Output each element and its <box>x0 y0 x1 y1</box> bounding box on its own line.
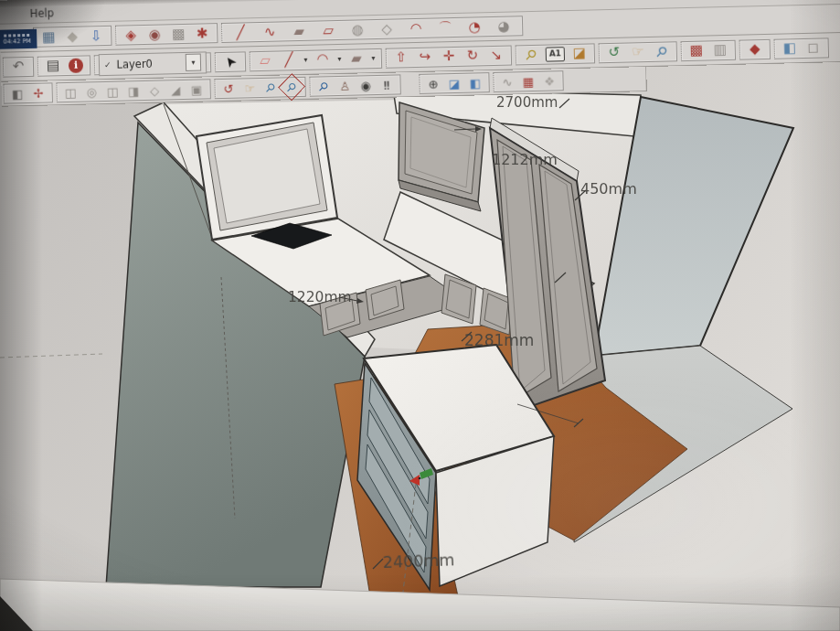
layer-name-label: Layer0 <box>116 57 180 71</box>
walk-icon[interactable]: ‼ <box>377 75 397 95</box>
file-group: ▤ℹ <box>37 55 91 76</box>
arc-tool-caret-icon[interactable]: ▾ <box>335 55 344 63</box>
position-camera-icon[interactable]: ♙ <box>335 76 355 96</box>
freehand-tool-icon[interactable]: ∿ <box>259 21 282 42</box>
wireframe-mode-icon[interactable]: ◻ <box>803 37 825 59</box>
intersect-icon[interactable]: ✱ <box>191 23 214 44</box>
clock-label: 04:42 PM <box>4 38 31 45</box>
sketchup-window: 2700mm 1212mm 450mm 1220mm 2281mm 2400mm… <box>0 0 840 631</box>
layers-group: ✓Layer0▾ <box>94 52 211 75</box>
eraser-tool-icon[interactable]: ▱ <box>254 50 277 71</box>
undo-icon[interactable]: ↶ <box>7 56 30 77</box>
rectangle-tool-icon[interactable]: ▰ <box>288 21 311 42</box>
scene-camera-icon-4[interactable]: ◨ <box>123 80 144 101</box>
select-group: ➤ <box>215 51 247 72</box>
styles-icon[interactable]: ◆ <box>744 38 767 59</box>
component-icon[interactable]: ◆ <box>61 27 84 48</box>
axes-target-icon[interactable]: ⊕ <box>423 73 443 93</box>
view-group: ▩▥ <box>681 39 737 60</box>
tape-measure-icon[interactable]: ⚲ <box>516 39 547 69</box>
styles-group: ◆ <box>739 38 771 59</box>
annotation-group: ⚲A1◪ <box>516 43 595 65</box>
pie-tool-icon[interactable]: ◕ <box>493 16 516 37</box>
scene-camera-icon-2[interactable]: ◎ <box>81 81 101 102</box>
scene-camera-icon-7[interactable]: ▣ <box>186 79 207 99</box>
section-group: ◧✢ <box>3 82 53 103</box>
walkthrough-group: ⚲♙◉‼ <box>309 74 400 96</box>
app-header: Help ▦◆⇩◈◉▩✱╱∿▰▱◍◇◠⌒◔◕ ↶▤ℹ✓Layer0▾➤▱╱▾◠▾… <box>0 0 840 631</box>
views-group: ⊕◪◧ <box>419 72 489 94</box>
scene-camera-icon-3[interactable]: ◫ <box>102 81 122 102</box>
line-tool-caret-icon[interactable]: ▾ <box>302 56 310 64</box>
section-display-icon[interactable]: ▦ <box>518 71 538 91</box>
move-tool-icon[interactable]: ✛ <box>438 46 461 67</box>
line-tool-icon[interactable]: ╱ <box>229 22 252 43</box>
edit-tools-group: ▱╱▾◠▾▰▾ <box>250 48 382 70</box>
group-icon[interactable]: ◉ <box>144 24 166 45</box>
zoom-extents-icon[interactable]: ⚲ <box>310 72 337 100</box>
line-tool-icon[interactable]: ╱ <box>278 49 301 70</box>
rectangle-tool-caret-icon[interactable]: ▾ <box>369 54 377 62</box>
layers-dropdown[interactable]: ✓Layer0▾ <box>99 51 207 76</box>
camera-group: ↺☞⚲ <box>599 41 677 63</box>
signal-bars <box>4 34 31 37</box>
import-model-icon[interactable]: ⇩ <box>85 26 108 47</box>
rotate-tool-icon[interactable]: ↻ <box>462 46 484 67</box>
look-around-icon[interactable]: ◉ <box>356 75 376 95</box>
orbit-icon[interactable]: ↺ <box>218 79 239 99</box>
two-point-arc-tool-icon[interactable]: ⌒ <box>434 17 457 38</box>
rectangle-tool-icon[interactable]: ▰ <box>346 48 368 70</box>
iso-view-icon[interactable]: ◪ <box>444 73 464 93</box>
scale-tool-icon[interactable]: ↘ <box>485 45 508 66</box>
scene-camera-icon-1[interactable]: ◫ <box>60 82 80 102</box>
arc-tool-icon[interactable]: ◠ <box>312 49 335 70</box>
select-tool-icon[interactable]: ➤ <box>216 47 245 76</box>
scenes-group: ◫◎◫◨◇◢▣ <box>56 79 210 102</box>
materials-icon[interactable]: ▦ <box>37 27 60 48</box>
menu-item-help[interactable]: Help <box>29 6 54 23</box>
taskbar-time-badge: 04:42 PM <box>0 29 37 49</box>
dimension-icon[interactable]: A1 <box>546 47 565 61</box>
lasso-icon[interactable]: ∿ <box>497 71 517 91</box>
scene-camera-icon-6[interactable]: ◢ <box>165 80 186 100</box>
scene-camera-icon-5[interactable]: ◇ <box>144 80 165 100</box>
chevron-down-icon[interactable]: ▾ <box>186 54 201 71</box>
export-icon[interactable]: ▥ <box>709 39 732 60</box>
outer-shell-icon[interactable]: ▩ <box>167 24 190 45</box>
section-plane-icon[interactable]: ✢ <box>28 82 48 102</box>
polygon-tool-icon[interactable]: ◇ <box>376 18 399 39</box>
camera-tools-group: ↺☞⚲⚲ <box>214 77 305 99</box>
paint-bucket-icon[interactable]: ◪ <box>569 43 591 64</box>
model-info-icon[interactable]: ℹ <box>69 58 83 72</box>
component-tools-group: ◈◉▩✱ <box>115 23 218 46</box>
section-fill-icon[interactable]: ◧ <box>7 83 27 103</box>
pan-icon[interactable]: ☞ <box>627 41 650 62</box>
zoom-extents-icon[interactable]: ⚲ <box>647 37 677 66</box>
face-style-group: ◧◻ <box>774 37 830 59</box>
three-point-arc-tool-icon[interactable]: ◔ <box>463 16 486 37</box>
modify-tools-group: ⇧↪✛↻↘ <box>386 45 512 68</box>
standard-group: ▦◆⇩ <box>33 26 112 48</box>
undo-group: ↶ <box>3 56 35 77</box>
layer-check-icon: ✓ <box>104 59 112 69</box>
make-component-icon[interactable]: ◈ <box>120 25 143 46</box>
push-pull-tool-icon[interactable]: ⇧ <box>390 48 413 69</box>
xray-mode-icon[interactable]: ◧ <box>779 38 802 59</box>
arc-tool-icon[interactable]: ◠ <box>405 18 428 39</box>
follow-me-tool-icon[interactable]: ↪ <box>414 47 437 68</box>
circle-tool-icon[interactable]: ◍ <box>346 19 369 40</box>
drawing-tools-group: ╱∿▰▱◍◇◠⌒◔◕ <box>221 16 523 43</box>
extras-group: ∿▦❖ <box>493 70 563 92</box>
print-icon[interactable]: ▤ <box>42 56 65 77</box>
rotated-rectangle-tool-icon[interactable]: ▱ <box>317 20 340 41</box>
component-browser-icon[interactable]: ❖ <box>539 70 559 91</box>
zoom-window-icon[interactable]: ⚲ <box>278 73 305 101</box>
orbit-icon[interactable]: ↺ <box>603 42 626 63</box>
shadows-icon[interactable]: ▩ <box>686 40 708 61</box>
top-view-icon[interactable]: ◧ <box>465 72 485 92</box>
